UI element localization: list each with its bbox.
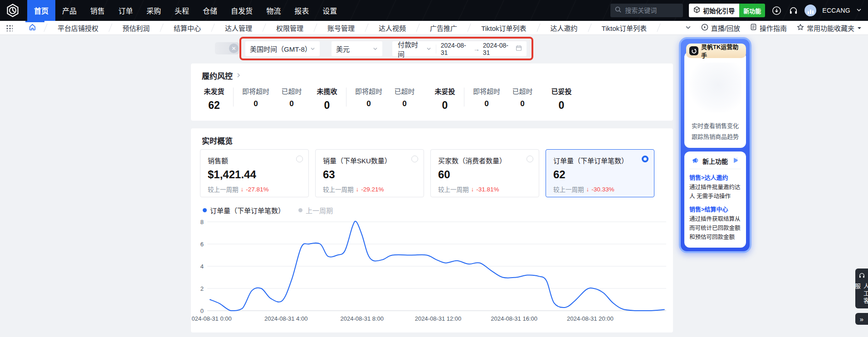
risk-card-title-row[interactable]: 履约风控 [202,70,241,81]
risk-sub-value: 0 [366,99,371,108]
topnav-menu-item[interactable]: 首页 [27,0,55,21]
date-range-picker[interactable]: 2024-08-31 → 2024-08-31 [436,42,527,56]
currency-select[interactable]: 美元 [332,41,382,56]
tab-item[interactable]: 平台店铺授权 [46,21,110,34]
app-logo-icon[interactable] [5,3,20,18]
live-replay-button[interactable]: 直播/回放 [701,23,740,33]
metric-radio-icon[interactable] [296,156,303,162]
clear-store-icon[interactable]: ✕ [229,44,239,53]
account-chevron-down-icon[interactable] [856,6,862,15]
metric-radio-icon[interactable] [642,156,649,162]
account-name[interactable]: ECCANG [822,7,850,14]
topnav-menu-item[interactable]: 报表 [288,0,316,21]
tab-item[interactable]: 账号管理 [316,21,366,34]
risk-sub-label: 即将超时 [355,86,382,96]
top-navigation-bar: 首页产品销售订单采购头程仓储自发货物流报表设置 初始化引导 新功能 ECCANG [0,0,868,21]
legend-item[interactable]: 上一周期 [298,205,333,215]
tab-item[interactable]: 达人视频 [367,21,418,34]
topnav-menu-item[interactable]: 头程 [168,0,196,21]
promo-line-2: 跟踪热销商品趋势 [684,132,746,142]
metric-card[interactable]: 销售额$1,421.44较上一周期↓-27.81% [200,149,309,197]
features-list: 销售>达人邀约通过插件批量邀约达人 无需手动操作销售>结算中心通过插件获取结算从… [689,173,741,242]
tab-home[interactable] [19,21,45,34]
compare-label: 较上一周期 [208,185,239,194]
new-features-card: 新上功能 销售>达人邀约通过插件批量邀约达人 无需手动操作销售>结算中心通过插件… [684,151,746,248]
user-avatar[interactable] [805,5,816,16]
tab-item[interactable]: Tiktok订单列表 [469,21,538,34]
feature-desc: 通过插件获取结算从而可统计已回款金额和预估可回款金额 [689,215,741,242]
headset-icon [858,272,865,281]
collapse-panel-button[interactable]: » [855,313,868,325]
orders-line-chart[interactable]: 024682024-08-31 0:002024-08-31 4:002024-… [192,215,672,326]
customer-support-button[interactable]: 人工客服 [855,269,868,308]
metric-card[interactable]: 销量（下单SKU数量）63较上一周期↓-29.21% [315,149,424,197]
document-icon [750,24,757,32]
risk-stats: 未发货62即将超时0已超时0未揽收0即将超时0已超时0未妥投0即将超时0已超时0… [191,86,673,118]
topnav-menu-item[interactable]: 销售 [83,0,112,21]
topnav-menu-item[interactable]: 产品 [55,0,83,21]
metric-radio-icon[interactable] [411,156,418,162]
topnav-menu-item[interactable]: 仓储 [196,0,224,21]
risk-sub-stat: 已超时0 [394,86,415,108]
home-icon [29,23,36,33]
metric-value: 62 [553,168,647,181]
legend-label: 上一周期 [306,205,333,215]
feature-link[interactable]: 销售>达人邀约 [689,173,741,181]
metric-card[interactable]: 买家数（消费者数量）60较上一周期↓-31.81% [430,149,539,197]
tab-item[interactable]: 达人邀约 [539,21,590,34]
legend-item[interactable]: 订单量（下单订单笔数） [203,205,285,215]
tab-item[interactable]: 达人管理 [213,21,264,34]
topnav-menu-item[interactable]: 物流 [259,0,288,21]
assistant-promo-card[interactable]: 实时查看销售变化 跟踪热销商品趋势 [684,52,746,148]
metric-label: 销售额 [208,156,301,165]
risk-group: 未发货62即将超时0已超时0 [204,86,302,112]
promo-text: 实时查看销售变化 跟踪热销商品趋势 [684,121,746,142]
risk-group: 未揽收0即将超时0已超时0 [317,86,415,112]
search-input[interactable] [625,7,675,14]
time-type-select[interactable]: 付款时间 [392,39,436,59]
risk-sub-value: 0 [520,99,524,108]
apps-grid-icon[interactable] [6,24,13,31]
metric-value: 63 [323,168,416,181]
metric-card[interactable]: 订单量（下单订单笔数）62较上一周期↓-30.33% [546,149,654,197]
feature-link[interactable]: 销售>结算中心 [689,205,741,213]
x-tick-label: 2024-08-31 4:00 [264,315,307,322]
risk-group: 已妥投0 [551,86,572,112]
legend-label: 订单量（下单订单笔数） [210,205,285,215]
delta-down-arrow-icon: ↓ [586,186,590,193]
headset-icon[interactable] [788,5,799,16]
favorites-button[interactable]: 常用功能收藏夹 [797,23,862,33]
divider [464,88,464,107]
tab-item[interactable]: 结算中心 [162,21,213,34]
new-feature-badge[interactable]: 新功能 [739,4,765,17]
download-icon[interactable] [771,5,782,16]
topnav-menu-item[interactable]: 自发货 [224,0,259,21]
assistant-badge[interactable]: 灵帆TK运营助手 [686,44,746,58]
chevron-down-icon [426,45,431,53]
search-box[interactable] [610,4,683,17]
topnav-menu-item[interactable]: 设置 [316,0,344,21]
risk-main-stat: 未妥投0 [434,86,455,112]
metric-radio-icon[interactable] [527,156,533,162]
chevron-right-icon [236,71,241,80]
divider [233,88,234,107]
metric-delta: -29.21% [361,186,384,193]
tab-item[interactable]: Tiktok订单列表 [590,21,658,34]
risk-sub-label: 已超时 [282,86,302,96]
metric-label: 订单量（下单订单笔数） [553,156,647,165]
tab-item[interactable]: 权限管理 [264,21,315,34]
range-arrow-icon: → [473,45,480,53]
tab-item[interactable]: 预估利润 [111,21,161,34]
topnav-menu-item[interactable]: 订单 [112,0,140,21]
metric-label: 买家数（消费者数量） [438,156,532,165]
operation-guide-button[interactable]: 操作指南 [750,23,787,33]
init-guide-button[interactable]: 初始化引导 [689,4,739,17]
tab-item[interactable]: 广告推广 [418,21,469,34]
risk-sub-value: 0 [289,99,293,108]
timezone-select[interactable]: 美国时间（GMT-8） [245,41,320,56]
tabs-overflow-chevron-icon[interactable] [685,24,691,32]
assistant-badge-label: 灵帆TK运营助手 [701,42,743,59]
risk-main-label: 已妥投 [551,86,571,96]
topnav-menu-item[interactable]: 采购 [140,0,168,21]
risk-sub-label: 即将超时 [242,86,269,96]
